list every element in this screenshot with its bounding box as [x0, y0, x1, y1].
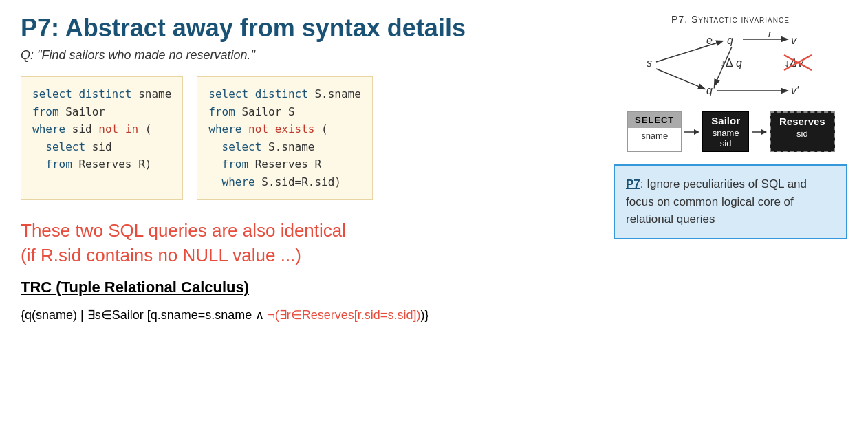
- connector2: [749, 111, 770, 152]
- svg-marker-21: [761, 129, 767, 135]
- sql1-line1: select distinct sname: [32, 85, 171, 103]
- svg-text:q: q: [736, 57, 742, 69]
- syntactic-title: P7. Syntactic invariance: [614, 14, 847, 25]
- sql2-line1: select distinct S.sname: [208, 85, 361, 103]
- sailor-col-sname: sname: [713, 128, 739, 138]
- svg-text:v': v': [791, 85, 799, 96]
- sql1-line4: select sid: [32, 138, 171, 156]
- svg-text:v: v: [791, 34, 797, 46]
- main-content: select distinct sname from Sailor where …: [21, 76, 502, 325]
- sql1-line2: from Sailor: [32, 103, 171, 121]
- db-schema-diagram: SELECT sname Sailor sname sid Reserves s…: [627, 111, 847, 152]
- svg-marker-19: [694, 129, 699, 135]
- svg-line-16: [656, 69, 704, 89]
- connector1: [682, 111, 702, 152]
- svg-text:q': q': [706, 85, 715, 96]
- sql2-line5: from Reserves R: [208, 155, 361, 173]
- sql1-line3: where sid not in (: [32, 120, 171, 138]
- svg-text:q: q: [727, 34, 733, 46]
- svg-text:s: s: [647, 57, 652, 69]
- sql2-line4: select S.sname: [208, 138, 361, 156]
- select-col: sname: [634, 128, 675, 144]
- reserves-name: Reserves: [779, 116, 825, 127]
- sailor-name: Sailor: [711, 115, 740, 127]
- trc-title: TRC (Tuple Relational Calculus): [21, 279, 502, 296]
- p7-link: P7: [626, 177, 640, 190]
- sql-box-2: select distinct S.sname from Sailor S wh…: [197, 76, 373, 200]
- svg-text:r: r: [768, 29, 772, 39]
- sailor-table: Sailor sname sid: [702, 111, 749, 152]
- sql1-line5: from Reserves R): [32, 155, 171, 173]
- select-label: SELECT: [628, 112, 681, 128]
- p7-text: : Ignore peculiarities of SQL and focus …: [626, 177, 807, 226]
- identical-line2: (if R.sid contains no NULL value ...): [21, 243, 502, 268]
- sql-box-1: select distinct sname from Sailor where …: [21, 76, 183, 200]
- reserves-col-sid: sid: [796, 129, 808, 139]
- reserves-table: Reserves sid: [770, 111, 835, 152]
- trc-formula-red: ¬(∃r∈Reserves[r.sid=s.sid]): [268, 308, 420, 322]
- syntactic-invariance-section: P7. Syntactic invariance s e q r v ↓Δ q …: [614, 14, 847, 239]
- sql2-line3: where not exists (: [208, 120, 361, 138]
- trc-formula: {q(sname) | ∃s∈Sailor [q.sname=s.sname ∧…: [21, 306, 502, 325]
- svg-line-13: [656, 41, 722, 62]
- sql2-line6: where S.sid=R.sid): [208, 173, 361, 191]
- trc-formula-suffix: )}: [420, 308, 428, 322]
- select-box: SELECT sname: [627, 111, 682, 152]
- sql-boxes-row: select distinct sname from Sailor where …: [21, 76, 502, 200]
- sailor-col-sid: sid: [720, 138, 732, 149]
- p7-info-box: P7: Ignore peculiarities of SQL and focu…: [614, 164, 847, 239]
- identical-text: These two SQL queries are also identical…: [21, 218, 502, 268]
- identical-line1: These two SQL queries are also identical: [21, 218, 502, 243]
- sql2-line2: from Sailor S: [208, 103, 361, 121]
- trc-formula-prefix: {q(sname) | ∃s∈Sailor [q.sname=s.sname ∧: [21, 308, 268, 322]
- arrow-diagram: s e q r v ↓Δ q ↓Δ v q' v': [641, 29, 820, 105]
